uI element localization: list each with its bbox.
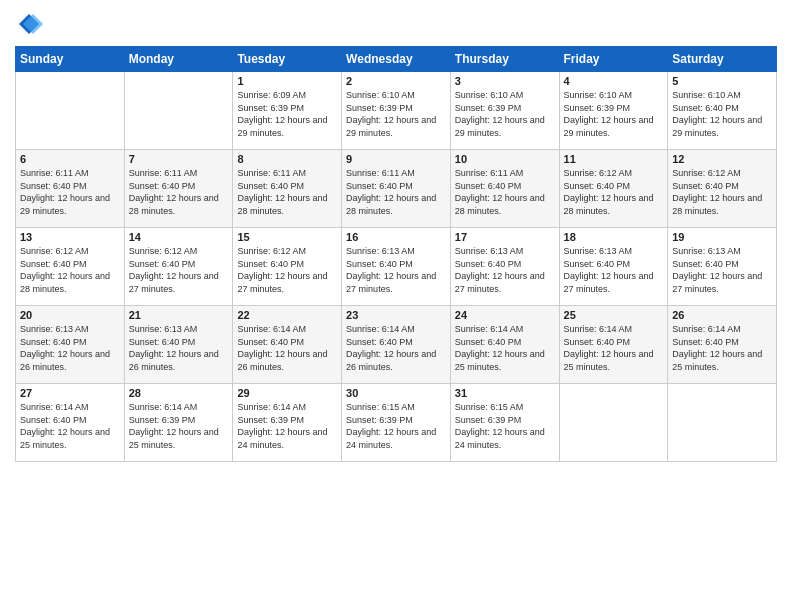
calendar-table: SundayMondayTuesdayWednesdayThursdayFrid…: [15, 46, 777, 462]
logo-icon: [15, 10, 43, 38]
day-number: 11: [564, 153, 664, 165]
day-info: Sunrise: 6:14 AM Sunset: 6:39 PM Dayligh…: [237, 401, 337, 451]
day-number: 5: [672, 75, 772, 87]
calendar-cell: 24Sunrise: 6:14 AM Sunset: 6:40 PM Dayli…: [450, 306, 559, 384]
day-number: 14: [129, 231, 229, 243]
calendar-cell: 27Sunrise: 6:14 AM Sunset: 6:40 PM Dayli…: [16, 384, 125, 462]
day-number: 8: [237, 153, 337, 165]
day-of-week-header: Thursday: [450, 47, 559, 72]
day-info: Sunrise: 6:13 AM Sunset: 6:40 PM Dayligh…: [455, 245, 555, 295]
calendar-cell: 9Sunrise: 6:11 AM Sunset: 6:40 PM Daylig…: [342, 150, 451, 228]
calendar-cell: 6Sunrise: 6:11 AM Sunset: 6:40 PM Daylig…: [16, 150, 125, 228]
day-info: Sunrise: 6:13 AM Sunset: 6:40 PM Dayligh…: [129, 323, 229, 373]
calendar-cell: 23Sunrise: 6:14 AM Sunset: 6:40 PM Dayli…: [342, 306, 451, 384]
page: SundayMondayTuesdayWednesdayThursdayFrid…: [0, 0, 792, 612]
day-number: 12: [672, 153, 772, 165]
day-of-week-header: Tuesday: [233, 47, 342, 72]
day-of-week-header: Saturday: [668, 47, 777, 72]
day-number: 3: [455, 75, 555, 87]
calendar-cell: 25Sunrise: 6:14 AM Sunset: 6:40 PM Dayli…: [559, 306, 668, 384]
day-info: Sunrise: 6:14 AM Sunset: 6:40 PM Dayligh…: [564, 323, 664, 373]
day-info: Sunrise: 6:12 AM Sunset: 6:40 PM Dayligh…: [20, 245, 120, 295]
day-info: Sunrise: 6:09 AM Sunset: 6:39 PM Dayligh…: [237, 89, 337, 139]
calendar-cell: 17Sunrise: 6:13 AM Sunset: 6:40 PM Dayli…: [450, 228, 559, 306]
day-number: 21: [129, 309, 229, 321]
calendar-cell: 28Sunrise: 6:14 AM Sunset: 6:39 PM Dayli…: [124, 384, 233, 462]
day-number: 6: [20, 153, 120, 165]
day-number: 23: [346, 309, 446, 321]
day-info: Sunrise: 6:14 AM Sunset: 6:40 PM Dayligh…: [455, 323, 555, 373]
day-info: Sunrise: 6:12 AM Sunset: 6:40 PM Dayligh…: [564, 167, 664, 217]
day-number: 22: [237, 309, 337, 321]
day-info: Sunrise: 6:13 AM Sunset: 6:40 PM Dayligh…: [564, 245, 664, 295]
day-number: 24: [455, 309, 555, 321]
calendar-cell: 26Sunrise: 6:14 AM Sunset: 6:40 PM Dayli…: [668, 306, 777, 384]
day-info: Sunrise: 6:14 AM Sunset: 6:40 PM Dayligh…: [237, 323, 337, 373]
day-info: Sunrise: 6:11 AM Sunset: 6:40 PM Dayligh…: [237, 167, 337, 217]
calendar-cell: 2Sunrise: 6:10 AM Sunset: 6:39 PM Daylig…: [342, 72, 451, 150]
day-of-week-header: Monday: [124, 47, 233, 72]
day-info: Sunrise: 6:15 AM Sunset: 6:39 PM Dayligh…: [346, 401, 446, 451]
calendar-week-row: 1Sunrise: 6:09 AM Sunset: 6:39 PM Daylig…: [16, 72, 777, 150]
day-info: Sunrise: 6:14 AM Sunset: 6:39 PM Dayligh…: [129, 401, 229, 451]
day-info: Sunrise: 6:14 AM Sunset: 6:40 PM Dayligh…: [672, 323, 772, 373]
calendar-cell: 8Sunrise: 6:11 AM Sunset: 6:40 PM Daylig…: [233, 150, 342, 228]
day-number: 4: [564, 75, 664, 87]
logo: [15, 10, 47, 38]
day-info: Sunrise: 6:13 AM Sunset: 6:40 PM Dayligh…: [672, 245, 772, 295]
day-number: 16: [346, 231, 446, 243]
calendar-cell: [16, 72, 125, 150]
day-number: 9: [346, 153, 446, 165]
day-number: 17: [455, 231, 555, 243]
calendar-cell: 18Sunrise: 6:13 AM Sunset: 6:40 PM Dayli…: [559, 228, 668, 306]
calendar-cell: 31Sunrise: 6:15 AM Sunset: 6:39 PM Dayli…: [450, 384, 559, 462]
day-info: Sunrise: 6:10 AM Sunset: 6:39 PM Dayligh…: [455, 89, 555, 139]
calendar-cell: 29Sunrise: 6:14 AM Sunset: 6:39 PM Dayli…: [233, 384, 342, 462]
calendar-cell: [559, 384, 668, 462]
day-number: 20: [20, 309, 120, 321]
day-info: Sunrise: 6:11 AM Sunset: 6:40 PM Dayligh…: [129, 167, 229, 217]
day-number: 25: [564, 309, 664, 321]
calendar-week-row: 13Sunrise: 6:12 AM Sunset: 6:40 PM Dayli…: [16, 228, 777, 306]
day-info: Sunrise: 6:11 AM Sunset: 6:40 PM Dayligh…: [346, 167, 446, 217]
day-info: Sunrise: 6:12 AM Sunset: 6:40 PM Dayligh…: [237, 245, 337, 295]
calendar-cell: 14Sunrise: 6:12 AM Sunset: 6:40 PM Dayli…: [124, 228, 233, 306]
calendar-cell: 22Sunrise: 6:14 AM Sunset: 6:40 PM Dayli…: [233, 306, 342, 384]
day-info: Sunrise: 6:10 AM Sunset: 6:40 PM Dayligh…: [672, 89, 772, 139]
day-number: 1: [237, 75, 337, 87]
calendar-cell: 5Sunrise: 6:10 AM Sunset: 6:40 PM Daylig…: [668, 72, 777, 150]
header: [15, 10, 777, 38]
day-number: 27: [20, 387, 120, 399]
calendar-cell: 19Sunrise: 6:13 AM Sunset: 6:40 PM Dayli…: [668, 228, 777, 306]
day-number: 19: [672, 231, 772, 243]
calendar-cell: [668, 384, 777, 462]
day-number: 10: [455, 153, 555, 165]
day-of-week-header: Sunday: [16, 47, 125, 72]
calendar-week-row: 20Sunrise: 6:13 AM Sunset: 6:40 PM Dayli…: [16, 306, 777, 384]
day-info: Sunrise: 6:15 AM Sunset: 6:39 PM Dayligh…: [455, 401, 555, 451]
calendar-cell: 4Sunrise: 6:10 AM Sunset: 6:39 PM Daylig…: [559, 72, 668, 150]
day-info: Sunrise: 6:13 AM Sunset: 6:40 PM Dayligh…: [20, 323, 120, 373]
day-number: 26: [672, 309, 772, 321]
calendar-cell: 10Sunrise: 6:11 AM Sunset: 6:40 PM Dayli…: [450, 150, 559, 228]
calendar-cell: 20Sunrise: 6:13 AM Sunset: 6:40 PM Dayli…: [16, 306, 125, 384]
calendar-cell: 1Sunrise: 6:09 AM Sunset: 6:39 PM Daylig…: [233, 72, 342, 150]
day-info: Sunrise: 6:10 AM Sunset: 6:39 PM Dayligh…: [346, 89, 446, 139]
calendar-cell: 3Sunrise: 6:10 AM Sunset: 6:39 PM Daylig…: [450, 72, 559, 150]
calendar-week-row: 27Sunrise: 6:14 AM Sunset: 6:40 PM Dayli…: [16, 384, 777, 462]
day-number: 7: [129, 153, 229, 165]
calendar-cell: 13Sunrise: 6:12 AM Sunset: 6:40 PM Dayli…: [16, 228, 125, 306]
day-number: 15: [237, 231, 337, 243]
header-row: SundayMondayTuesdayWednesdayThursdayFrid…: [16, 47, 777, 72]
day-number: 2: [346, 75, 446, 87]
calendar-cell: 30Sunrise: 6:15 AM Sunset: 6:39 PM Dayli…: [342, 384, 451, 462]
calendar-cell: 16Sunrise: 6:13 AM Sunset: 6:40 PM Dayli…: [342, 228, 451, 306]
day-number: 28: [129, 387, 229, 399]
day-number: 31: [455, 387, 555, 399]
calendar-cell: 11Sunrise: 6:12 AM Sunset: 6:40 PM Dayli…: [559, 150, 668, 228]
calendar-cell: 21Sunrise: 6:13 AM Sunset: 6:40 PM Dayli…: [124, 306, 233, 384]
day-info: Sunrise: 6:11 AM Sunset: 6:40 PM Dayligh…: [455, 167, 555, 217]
day-number: 30: [346, 387, 446, 399]
day-of-week-header: Wednesday: [342, 47, 451, 72]
day-info: Sunrise: 6:10 AM Sunset: 6:39 PM Dayligh…: [564, 89, 664, 139]
